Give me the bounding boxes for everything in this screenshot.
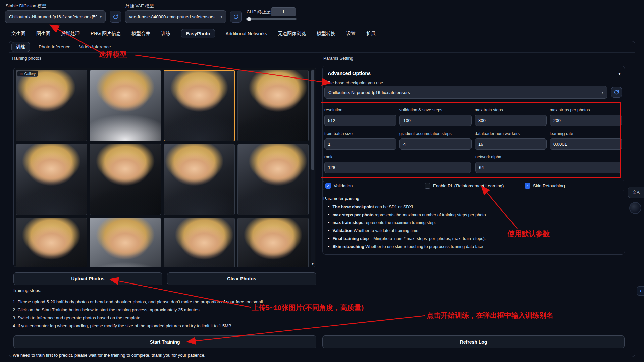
dataloader-num-workers-input[interactable] [475,138,547,150]
training-options-bar: ✓ Validation ✓ Enable RL (Reinforcement … [323,180,624,191]
tab-checkpoint-merger[interactable]: 模型合并 [131,31,150,37]
gallery-photo-2[interactable] [90,70,161,141]
gallery-photo-11[interactable] [164,218,235,267]
max-steps-per-photos-input[interactable] [550,115,622,126]
params-row-2: train batch size gradient accumulation s… [324,131,622,150]
parameter-parsing-title: Parameter parsing: [323,196,361,201]
parsing-bullet-5: Final training step = Min(photo_num * ma… [328,235,487,243]
gallery-photo-6[interactable] [90,144,161,215]
gallery-scrollbar-thumb[interactable] [311,70,314,170]
learning-rate-input[interactable] [550,138,622,150]
training-steps-title: Training steps: [13,288,41,293]
param-dataloader-num-workers: dataloader num workers [475,131,547,150]
main-tab-bar: 文生图 图生图 后期处理 PNG 图片信息 模型合并 训练 EasyPhoto … [11,28,376,39]
annotation-start-tip: 点击开始训练，在弹出框中输入训练别名 [427,311,553,320]
sd-model-refresh-button[interactable] [110,11,121,23]
param-resolution: resolution [324,108,396,126]
validation-save-steps-label: validation & save steps [399,108,472,112]
upload-photos-button[interactable]: Upload Photos [13,272,162,285]
check-icon: ✓ [327,184,330,188]
vae-model-dropdown[interactable]: vae-ft-mse-840000-ema-pruned.safetensors… [125,10,226,23]
gallery-badge-label: Gallery [24,72,36,76]
max-steps-per-photos-label: max steps per photos [550,108,622,112]
param-max-train-steps: max train steps [475,108,547,126]
tab-settings[interactable]: 设置 [346,31,356,37]
tab-additional-networks[interactable]: Additional Networks [226,31,267,36]
enable-rl-checkbox[interactable]: ✓ [425,183,430,189]
tab-extensions[interactable]: 扩展 [366,31,376,37]
advanced-options-header[interactable]: Advanced Options [328,71,371,76]
tab-train[interactable]: 训练 [161,31,170,37]
params-row-3: rank network alpha [324,155,621,173]
sd-model-label: Stable Diffusion 模型 [6,3,46,9]
max-train-steps-input[interactable] [475,115,547,126]
param-train-batch-size: train batch size [324,131,396,150]
validation-checkbox-item[interactable]: ✓ Validation [325,183,353,189]
sd-model-dropdown[interactable]: Chilloutmix-Ni-pruned-fp16-fix.safetenso… [5,10,106,23]
gallery-photo-5[interactable] [16,144,87,215]
skin-retouching-checkbox[interactable]: ✓ [525,183,530,189]
train-batch-size-label: train batch size [324,131,396,136]
resolution-label: resolution [324,108,396,112]
skin-retouching-checkbox-label: Skin Retouching [533,183,565,188]
training-photos-gallery[interactable]: ⊞ Gallery ▾ [13,68,316,267]
accordion-collapse-icon[interactable]: ▼ [618,72,621,76]
tab-png-info[interactable]: PNG 图片信息 [91,31,121,37]
vae-refresh-button[interactable] [230,11,241,23]
params-setting-label: Params Setting [323,56,353,61]
training-step-1: 1. Please upload 5-20 half-body photos o… [13,298,264,306]
grid-icon: ⊞ [20,72,23,76]
clip-skip-input[interactable]: 1 [271,7,296,16]
refresh-icon [614,90,619,95]
gradient-accumulation-steps-label: gradient accumulation steps [399,131,472,136]
clear-photos-button[interactable]: Clear Photos [167,272,316,285]
collapse-panel-chevron-icon[interactable]: ‹ [637,286,644,296]
rank-label: rank [324,155,471,159]
gallery-photo-3[interactable] [164,70,235,141]
translate-icon[interactable]: 文A [628,187,644,198]
gallery-scroll-down-icon[interactable]: ▾ [310,262,315,266]
training-photos-label: Training photos [11,56,41,61]
vae-model-value: vae-ft-mse-840000-ema-pruned.safetensors [129,14,218,19]
tab-txt2img[interactable]: 文生图 [11,31,25,37]
tab-img2img[interactable]: 图生图 [36,31,50,37]
train-batch-size-input[interactable] [324,138,396,150]
tab-training[interactable]: 训练 [11,42,30,52]
gallery-scrollbar[interactable] [311,69,315,266]
gallery-photo-12[interactable] [237,218,309,267]
gallery-photo-7[interactable] [164,144,235,215]
gallery-photo-8[interactable] [237,144,309,215]
check-icon: ✓ [526,184,529,188]
tab-video-inference[interactable]: Video Inference [79,44,111,49]
validation-checkbox[interactable]: ✓ [325,183,331,189]
annotation-default-params: 使用默认参数 [507,229,550,239]
resolution-input[interactable] [324,115,396,126]
tab-model-converter[interactable]: 模型转换 [317,31,335,37]
start-training-button[interactable]: Start Training [13,335,316,348]
refresh-icon [233,14,239,20]
clip-skip-slider-handle[interactable] [247,17,251,21]
tab-easyphoto[interactable]: EasyPhoto [181,29,215,38]
annotation-choose-model: 选择模型 [99,50,127,59]
tab-infinite-image-browsing[interactable]: 无边图像浏览 [278,31,306,37]
tab-photo-inference[interactable]: Photo Inference [39,44,70,49]
gallery-photo-1[interactable] [16,70,87,141]
gradient-accumulation-steps-input[interactable] [399,138,472,150]
clip-skip-slider[interactable] [246,18,297,20]
refresh-log-button[interactable]: Refresh Log [322,335,625,348]
base-checkpoint-dropdown[interactable]: Chilloutmix-Ni-pruned-fp16-fix.safetenso… [324,86,607,99]
gallery-photo-10[interactable] [90,218,161,267]
validation-save-steps-input[interactable] [399,115,472,126]
enable-rl-checkbox-item[interactable]: ✓ Enable RL (Reinforcement Learning) [425,183,504,189]
gallery-grid [16,70,309,267]
training-footer-note: We need to train first to predict, pleas… [13,353,205,358]
skin-retouching-checkbox-item[interactable]: ✓ Skin Retouching [525,183,565,189]
gallery-photo-9[interactable] [16,218,87,267]
rank-input[interactable] [324,162,471,173]
gallery-photo-4[interactable] [237,70,309,141]
network-alpha-input[interactable] [475,162,621,173]
floating-widget-icon[interactable] [629,202,641,214]
tab-extras[interactable]: 后期处理 [61,31,80,37]
base-checkpoint-refresh-button[interactable] [611,87,622,98]
chevron-down-icon: ▾ [601,90,603,95]
